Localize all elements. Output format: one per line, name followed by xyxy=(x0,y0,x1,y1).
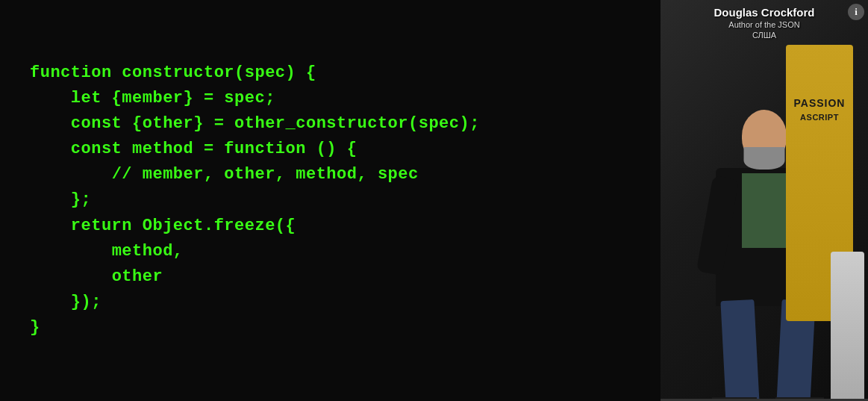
video-panel: Douglas Crockford Author of the JSON СЛШ… xyxy=(661,0,868,401)
code-line-7: return Object.freeze({ xyxy=(71,217,296,235)
code-block: function constructor(spec) { let {member… xyxy=(30,60,480,341)
shirt xyxy=(742,173,787,248)
code-line-4: const method = function () { xyxy=(71,140,357,158)
banner-text-js: ASCRIPT xyxy=(800,113,839,122)
code-line-2: let {member} = spec; xyxy=(71,89,275,108)
speaker-info: Douglas Crockford Author of the JSON СЛШ… xyxy=(661,6,868,40)
code-line-11: } xyxy=(30,318,40,337)
speaker-name: Douglas Crockford xyxy=(661,6,868,19)
code-line-3: const {other} = other_constructor(spec); xyxy=(71,114,480,133)
leg-left xyxy=(720,299,759,401)
code-line-6: }; xyxy=(71,190,91,209)
code-line-10: }); xyxy=(71,293,102,311)
banner-text-passion: PASSION xyxy=(794,97,846,110)
code-line-8: method, xyxy=(112,242,184,261)
speaker-title-line1: Author of the JSON xyxy=(661,20,868,29)
code-line-9: other xyxy=(112,267,163,286)
podium xyxy=(831,252,864,401)
beard xyxy=(744,147,785,170)
speaker-title-line2: СЛША xyxy=(661,31,868,40)
code-line-1: function constructor(spec) { xyxy=(30,63,316,82)
code-line-5: // member, other, method, spec xyxy=(112,165,419,184)
code-panel: function constructor(spec) { let {member… xyxy=(0,0,661,401)
